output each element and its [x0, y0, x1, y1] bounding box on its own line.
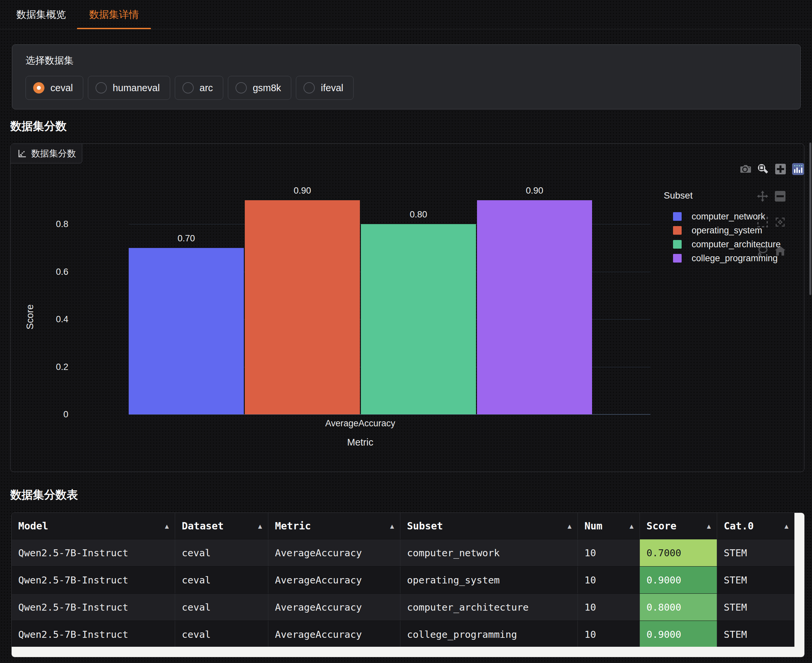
zoom-out-icon[interactable] — [774, 190, 786, 202]
sort-asc-icon[interactable]: ▲ — [567, 522, 572, 530]
column-header-label: Score — [647, 520, 676, 532]
cell-subset: computer_network — [400, 539, 578, 566]
cell-dataset: ceval — [175, 566, 268, 593]
radio-unselected-icon — [182, 82, 194, 94]
cell-model: Qwen2.5-7B-Instruct — [11, 621, 175, 648]
cell-score: 0.9000 — [640, 621, 717, 648]
table-header-row: Model▲Dataset▲Metric▲Subset▲Num▲Score▲Ca… — [11, 513, 795, 539]
legend-swatch — [673, 240, 682, 249]
cell-metric: AverageAccuracy — [268, 594, 400, 621]
cell-metric: AverageAccuracy — [268, 539, 400, 566]
radio-unselected-icon — [303, 82, 315, 94]
cell-metric: AverageAccuracy — [268, 621, 400, 648]
plotly-logo-icon[interactable] — [792, 163, 804, 175]
cell-subset: college_programming — [400, 621, 578, 648]
cell-model: Qwen2.5-7B-Instruct — [11, 566, 175, 593]
scores-chart-panel: Score AverageAccuracy Metric Subset comp… — [10, 144, 804, 472]
dataset-option-arc[interactable]: arc — [175, 76, 223, 100]
y-axis-tick-label: 0.6 — [32, 267, 68, 277]
scores-section-title: 数据集分数 — [10, 119, 66, 134]
autoscale-icon[interactable] — [774, 216, 786, 228]
lasso-icon[interactable] — [756, 245, 768, 257]
chart-toolbar — [739, 163, 804, 175]
radio-unselected-icon — [235, 82, 247, 94]
scores-bar-chart[interactable]: Score AverageAccuracy Metric Subset comp… — [11, 144, 804, 472]
sort-asc-icon[interactable]: ▲ — [707, 522, 711, 530]
camera-icon[interactable] — [739, 163, 751, 175]
x-axis-tick-label: AverageAccuracy — [294, 418, 426, 429]
table-row: Qwen2.5-7B-InstructcevalAverageAccuracyo… — [11, 566, 795, 593]
dataset-option-label: gsm8k — [253, 82, 281, 94]
page-scrollbar-thumb[interactable] — [809, 142, 811, 295]
dataset-radio-group: cevalhumanevalarcgsm8kifeval — [26, 76, 787, 100]
cell-dataset: ceval — [175, 621, 268, 648]
dataset-option-humaneval[interactable]: humaneval — [88, 76, 170, 100]
active-tab-underline — [77, 28, 151, 29]
sort-asc-icon[interactable]: ▲ — [630, 522, 634, 530]
cell-score: 0.8000 — [640, 594, 717, 621]
column-header-num[interactable]: Num▲ — [578, 513, 640, 539]
bar-college_programming[interactable] — [477, 200, 592, 414]
legend-item-label: computer_network — [692, 212, 765, 222]
dataset-selector-label: 选择数据集 — [26, 54, 787, 67]
bar-value-label: 0.90 — [245, 186, 360, 196]
legend-swatch — [673, 212, 682, 221]
column-header-metric[interactable]: Metric▲ — [268, 513, 400, 539]
column-header-score[interactable]: Score▲ — [640, 513, 717, 539]
sort-asc-icon[interactable]: ▲ — [784, 522, 788, 530]
bar-operating_system[interactable] — [245, 200, 360, 414]
y-axis-tick-label: 0.2 — [32, 362, 68, 372]
dataset-option-label: humaneval — [113, 82, 160, 94]
box-select-icon[interactable] — [756, 216, 768, 228]
column-header-label: Dataset — [182, 520, 224, 532]
column-header-dataset[interactable]: Dataset▲ — [175, 513, 268, 539]
top-tab-bar: 数据集概览 数据集详情 — [0, 0, 812, 29]
column-header-cat-0[interactable]: Cat.0▲ — [717, 513, 795, 539]
pan-icon[interactable] — [756, 190, 768, 202]
column-header-model[interactable]: Model▲ — [11, 513, 175, 539]
cell-dataset: ceval — [175, 594, 268, 621]
legend-item-label: operating_system — [692, 225, 762, 236]
cell-cat0: STEM — [717, 621, 795, 648]
cell-num: 10 — [578, 566, 640, 593]
zoom-in-icon[interactable] — [774, 163, 786, 175]
sort-asc-icon[interactable]: ▲ — [165, 522, 169, 530]
chart-panel-chip: 数据集分数 — [11, 144, 82, 163]
column-header-label: Cat.0 — [724, 520, 754, 532]
dataset-option-gsm8k[interactable]: gsm8k — [228, 76, 291, 100]
column-header-label: Model — [18, 520, 48, 532]
cell-subset: computer_architecture — [400, 594, 578, 621]
cell-cat0: STEM — [717, 594, 795, 621]
dataset-option-label: ifeval — [321, 82, 343, 94]
bar-value-label: 0.80 — [361, 210, 476, 220]
cell-num: 10 — [578, 621, 640, 648]
chart-panel-chip-label: 数据集分数 — [31, 147, 76, 160]
reset-home-icon[interactable] — [774, 245, 786, 257]
sort-asc-icon[interactable]: ▲ — [390, 522, 394, 530]
bar-computer_architecture[interactable] — [361, 224, 476, 414]
table-vertical-scrollbar[interactable] — [794, 513, 804, 657]
table-row: Qwen2.5-7B-InstructcevalAverageAccuracyc… — [11, 621, 795, 648]
sort-asc-icon[interactable]: ▲ — [258, 522, 262, 530]
bar-computer_network[interactable] — [129, 248, 244, 414]
cell-score: 0.7000 — [640, 539, 717, 566]
table-horizontal-scrollbar[interactable] — [11, 647, 795, 657]
bar-value-label: 0.70 — [129, 233, 244, 244]
dataset-option-ifeval[interactable]: ifeval — [296, 76, 353, 100]
column-header-subset[interactable]: Subset▲ — [400, 513, 578, 539]
cell-cat0: STEM — [717, 566, 795, 593]
dataset-selector-card: 选择数据集 cevalhumanevalarcgsm8kifeval — [12, 44, 801, 109]
table-row: Qwen2.5-7B-InstructcevalAverageAccuracyc… — [11, 593, 795, 621]
radio-unselected-icon — [96, 82, 107, 94]
tab-dataset-details[interactable]: 数据集详情 — [77, 0, 151, 29]
cell-dataset: ceval — [175, 539, 268, 566]
dataset-option-ceval[interactable]: ceval — [26, 76, 83, 100]
y-axis-tick-label: 0.4 — [32, 314, 68, 325]
zoom-box-icon[interactable] — [757, 163, 769, 175]
tab-dataset-overview[interactable]: 数据集概览 — [8, 0, 74, 29]
cell-subset: operating_system — [400, 566, 578, 593]
cell-cat0: STEM — [717, 539, 795, 566]
cell-score: 0.9000 — [640, 566, 717, 593]
column-header-label: Num — [585, 520, 602, 532]
radio-dot — [37, 86, 41, 90]
